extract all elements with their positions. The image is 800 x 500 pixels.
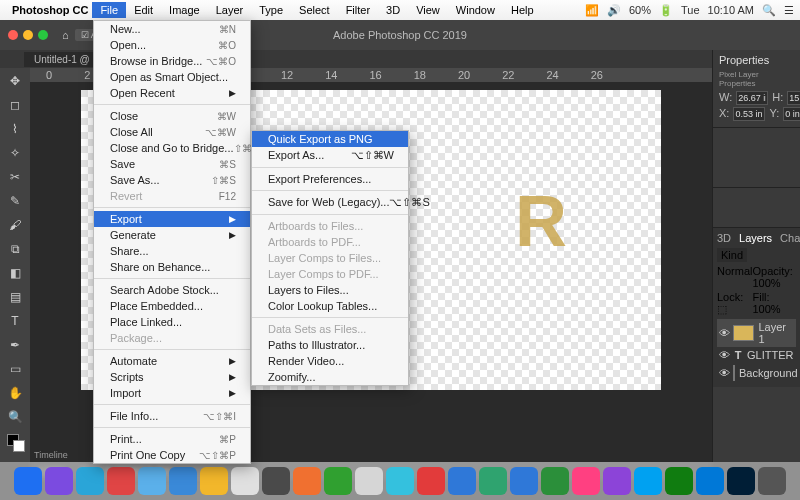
menu-filter[interactable]: Filter [338,2,378,18]
menu-edit[interactable]: Edit [126,2,161,18]
menuitem-search-adobe-stock-[interactable]: Search Adobe Stock... [94,282,250,298]
dock-app[interactable] [231,467,259,495]
dock-app[interactable] [138,467,166,495]
layer-row[interactable]: 👁Background [717,363,796,383]
submenu-export-as-[interactable]: Export As...⌥⇧⌘W [252,147,408,164]
dock-app[interactable] [417,467,445,495]
menu-image[interactable]: Image [161,2,208,18]
foreground-background-swatch[interactable] [5,432,25,456]
menu-help[interactable]: Help [503,2,542,18]
menu-type[interactable]: Type [251,2,291,18]
marquee-tool[interactable]: ◻ [5,96,25,114]
sound-icon[interactable]: 🔊 [607,4,621,17]
menu-select[interactable]: Select [291,2,338,18]
opacity-value[interactable]: 100% [752,277,780,289]
menuitem-export[interactable]: Export▶ [94,211,250,227]
move-tool[interactable]: ✥ [5,72,25,90]
zoom-tool[interactable]: 🔍 [5,408,25,426]
dock-app[interactable] [634,467,662,495]
menuitem-share-on-behance-[interactable]: Share on Behance... [94,259,250,275]
menuitem-share-[interactable]: Share... [94,243,250,259]
spotlight-icon[interactable]: 🔍 [762,4,776,17]
menuitem-browse-in-bridge-[interactable]: Browse in Bridge...⌥⌘O [94,53,250,69]
dock-app[interactable] [76,467,104,495]
menuitem-open-[interactable]: Open...⌘O [94,37,250,53]
hand-tool[interactable]: ✋ [5,384,25,402]
menuitem-print-[interactable]: Print...⌘P [94,431,250,447]
y-input[interactable] [783,107,800,121]
dock-app[interactable] [727,467,755,495]
menu-window[interactable]: Window [448,2,503,18]
type-tool[interactable]: T [5,312,25,330]
submenu-color-lookup-tables-[interactable]: Color Lookup Tables... [252,298,408,314]
menuitem-close-all[interactable]: Close All⌥⌘W [94,124,250,140]
dock-app[interactable] [14,467,42,495]
menuitem-place-linked-[interactable]: Place Linked... [94,314,250,330]
panel-tab-channels[interactable]: Channels [780,232,800,244]
shape-tool[interactable]: ▭ [5,360,25,378]
panel-tab-layers[interactable]: Layers [739,232,772,244]
blend-mode-select[interactable]: Normal [717,265,752,289]
menuitem-open-as-smart-object-[interactable]: Open as Smart Object... [94,69,250,85]
height-input[interactable] [787,91,800,105]
dock-app[interactable] [758,467,786,495]
dock-app[interactable] [45,467,73,495]
menuitem-save[interactable]: Save⌘S [94,156,250,172]
dock-app[interactable] [510,467,538,495]
menuitem-import[interactable]: Import▶ [94,385,250,401]
dock-app[interactable] [293,467,321,495]
menuitem-place-embedded-[interactable]: Place Embedded... [94,298,250,314]
x-input[interactable] [733,107,765,121]
wifi-icon[interactable]: 📶 [585,4,599,17]
dock-app[interactable] [665,467,693,495]
menu-3d[interactable]: 3D [378,2,408,18]
gradient-tool[interactable]: ▤ [5,288,25,306]
pen-tool[interactable]: ✒ [5,336,25,354]
dock-app[interactable] [355,467,383,495]
app-name[interactable]: Photoshop CC [12,4,88,16]
submenu-quick-export-as-png[interactable]: Quick Export as PNG [252,131,408,147]
submenu-zoomify-[interactable]: Zoomify... [252,369,408,385]
layer-row[interactable]: 👁TGLITTER [717,347,796,363]
timeline-tab[interactable]: Timeline [34,450,68,460]
menuitem-open-recent[interactable]: Open Recent▶ [94,85,250,101]
dock-app[interactable] [324,467,352,495]
width-input[interactable] [736,91,768,105]
wand-tool[interactable]: ✧ [5,144,25,162]
dock-app[interactable] [200,467,228,495]
menuitem-file-info-[interactable]: File Info...⌥⇧⌘I [94,408,250,424]
submenu-export-preferences-[interactable]: Export Preferences... [252,171,408,187]
notification-icon[interactable]: ☰ [784,4,794,17]
eraser-tool[interactable]: ◧ [5,264,25,282]
canvas-text-layer[interactable]: R [515,180,571,262]
battery-icon[interactable]: 🔋 [659,4,673,17]
clock-day[interactable]: Tue [681,4,700,16]
menuitem-scripts[interactable]: Scripts▶ [94,369,250,385]
zoom-window-button[interactable] [38,30,48,40]
lasso-tool[interactable]: ⌇ [5,120,25,138]
menuitem-save-as-[interactable]: Save As...⇧⌘S [94,172,250,188]
visibility-icon[interactable]: 👁 [719,349,729,361]
dock-app[interactable] [696,467,724,495]
clock-time[interactable]: 10:10 AM [708,4,754,16]
menu-file[interactable]: File [92,2,126,18]
brush-tool[interactable]: 🖌 [5,216,25,234]
dock-app[interactable] [572,467,600,495]
submenu-paths-to-illustrator-[interactable]: Paths to Illustrator... [252,337,408,353]
minimize-window-button[interactable] [23,30,33,40]
menu-layer[interactable]: Layer [208,2,252,18]
visibility-icon[interactable]: 👁 [719,327,729,339]
eyedropper-tool[interactable]: ✎ [5,192,25,210]
dock-app[interactable] [479,467,507,495]
dock-app[interactable] [386,467,414,495]
close-window-button[interactable] [8,30,18,40]
color-panel[interactable] [713,128,800,188]
crop-tool[interactable]: ✂ [5,168,25,186]
menuitem-automate[interactable]: Automate▶ [94,353,250,369]
visibility-icon[interactable]: 👁 [719,367,729,379]
submenu-save-for-web-legacy-[interactable]: Save for Web (Legacy)...⌥⇧⌘S [252,194,408,211]
menuitem-close-and-go-to-bridge-[interactable]: Close and Go to Bridge...⇧⌘W [94,140,250,156]
stamp-tool[interactable]: ⧉ [5,240,25,258]
home-icon[interactable]: ⌂ [62,29,69,41]
panel-tab-3d[interactable]: 3D [717,232,731,244]
